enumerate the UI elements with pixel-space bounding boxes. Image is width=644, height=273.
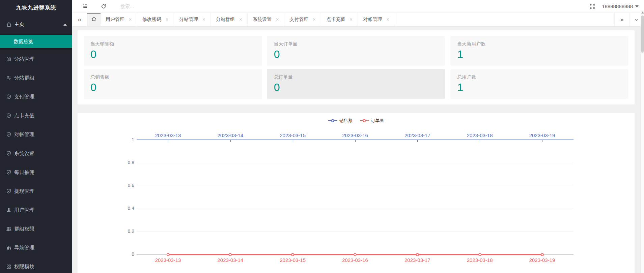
- user-menu[interactable]: 18888888888: [602, 3, 639, 9]
- x-axis-tick: [417, 140, 418, 142]
- stat-card-1: 当天订单量0: [267, 36, 445, 66]
- data-point: [416, 253, 419, 256]
- scrollbar-thumb[interactable]: [641, 16, 644, 53]
- topbar: 18888888888: [72, 0, 644, 13]
- tab-修改密码[interactable]: 修改密码✕: [137, 13, 174, 26]
- x-axis-label-top: 2023-03-15: [273, 132, 313, 138]
- stat-label: 当天新用户数: [457, 41, 622, 47]
- close-icon[interactable]: ✕: [276, 17, 279, 22]
- shield-check-icon: [6, 188, 12, 194]
- caret-up-icon: [63, 24, 67, 26]
- tabs-scroll-right[interactable]: »: [614, 13, 629, 26]
- tabs-scroll-left[interactable]: «: [72, 13, 87, 26]
- username: 18888888888: [602, 3, 633, 9]
- books-icon: [6, 245, 12, 250]
- collapse-menu-icon[interactable]: [82, 3, 88, 9]
- x-axis-label-bottom: 2023-03-15: [273, 257, 313, 263]
- tab-label: 分站群组: [216, 17, 235, 23]
- stat-value: 0: [90, 49, 255, 60]
- sidebar: 九块九进群系统 主页数据总览分站管理分站群组支付管理点卡充值对帐管理系统设置每日…: [0, 0, 72, 273]
- chevron-down-icon: [635, 5, 639, 7]
- sidebar-item-2[interactable]: 分站群组: [0, 68, 72, 87]
- x-axis-label-top: 2023-03-13: [148, 132, 188, 138]
- submenu-item-数据总览[interactable]: 数据总览: [0, 35, 72, 48]
- tab-label: 用户管理: [106, 17, 124, 23]
- users-icon: [6, 226, 12, 232]
- stat-label: 总订单量: [274, 74, 439, 80]
- fullscreen-icon[interactable]: [590, 4, 595, 9]
- tab-分站管理[interactable]: 分站管理✕: [174, 13, 211, 26]
- y-axis-label: 0.6: [111, 183, 134, 188]
- x-axis-label-top: 2023-03-14: [210, 132, 251, 138]
- x-axis-label-bottom: 2023-03-14: [210, 257, 251, 263]
- close-icon[interactable]: ✕: [202, 17, 205, 22]
- sidebar-item-7[interactable]: 每日抽佣: [0, 163, 72, 182]
- close-icon[interactable]: ✕: [165, 17, 169, 22]
- close-icon[interactable]: ✕: [239, 17, 242, 22]
- close-icon[interactable]: ✕: [312, 17, 316, 22]
- close-icon[interactable]: ✕: [386, 17, 389, 22]
- y-axis-label: 0.2: [111, 229, 134, 234]
- stat-value: 0: [90, 82, 255, 93]
- stat-value: 0: [274, 82, 439, 93]
- sidebar-item-5[interactable]: 对帐管理: [0, 125, 72, 144]
- x-axis-label-top: 2023-03-16: [335, 132, 375, 138]
- grid-line: [137, 232, 573, 232]
- stats-grid: 当天销售额0当天订单量0当天新用户数1总销售额0总订单量0总用户数1: [84, 36, 628, 99]
- close-icon[interactable]: ✕: [349, 17, 353, 22]
- x-axis-label-bottom: 2023-03-16: [335, 257, 375, 263]
- stat-card-4: 总订单量0: [267, 69, 445, 99]
- search-input[interactable]: [120, 4, 195, 9]
- shield-check-icon: [6, 132, 12, 137]
- scroll-up-arrow[interactable]: [641, 11, 644, 13]
- stat-card-5: 总用户数1: [450, 69, 628, 99]
- data-point: [229, 253, 232, 256]
- shield-check-icon: [6, 151, 12, 156]
- sidebar-item-4[interactable]: 点卡充值: [0, 106, 72, 125]
- stat-label: 总用户数: [457, 74, 622, 80]
- x-axis-label-top: 2023-03-17: [397, 132, 438, 138]
- refresh-icon[interactable]: [101, 4, 106, 9]
- stat-card-2: 当天新用户数1: [450, 36, 628, 66]
- sidebar-item-label: 支付管理: [14, 94, 34, 100]
- sidebar-item-label: 点卡充值: [14, 113, 34, 119]
- sidebar-item-0[interactable]: 主页: [0, 15, 72, 34]
- tab-分站群组[interactable]: 分站群组✕: [211, 13, 248, 26]
- tab-支付管理[interactable]: 支付管理✕: [284, 13, 321, 26]
- tab-label: 对帐管理: [363, 17, 382, 23]
- sidebar-item-12[interactable]: 权限模块: [0, 257, 72, 273]
- sidebar-item-label: 导航管理: [14, 245, 34, 251]
- sidebar-item-1[interactable]: 分站管理: [0, 50, 72, 68]
- sidebar-item-label: 对帐管理: [14, 131, 34, 138]
- sidebar-item-label: 分站管理: [14, 56, 34, 62]
- tab-对帐管理[interactable]: 对帐管理✕: [358, 13, 395, 26]
- stat-label: 总销售额: [90, 74, 255, 80]
- tab-home[interactable]: [87, 13, 101, 26]
- stat-value: 1: [457, 49, 622, 60]
- y-axis-label: 0.8: [111, 160, 134, 165]
- chart-panel: 销售额订单量 10.80.60.40.202023-03-132023-03-1…: [78, 113, 635, 273]
- sidebar-item-8[interactable]: 提现管理: [0, 182, 72, 201]
- line-chart: 10.80.60.40.202023-03-132023-03-132023-0…: [78, 113, 635, 273]
- y-axis-label: 0: [111, 251, 134, 257]
- close-icon[interactable]: ✕: [129, 17, 132, 22]
- vertical-scrollbar[interactable]: [641, 10, 644, 273]
- tab-点卡充值[interactable]: 点卡充值✕: [321, 13, 358, 26]
- sidebar-item-3[interactable]: 支付管理: [0, 87, 72, 106]
- tab-用户管理[interactable]: 用户管理✕: [101, 13, 137, 26]
- shield-check-icon: [6, 94, 12, 99]
- x-axis-tick: [230, 140, 231, 142]
- sidebar-item-10[interactable]: 群组权限: [0, 219, 72, 238]
- y-axis-label: 0.4: [111, 206, 134, 211]
- tabbar: « 用户管理✕修改密码✕分站管理✕分站群组✕系统设置✕支付管理✕点卡充值✕对帐管…: [72, 13, 644, 27]
- x-axis-tick: [355, 140, 356, 142]
- home-icon: [91, 16, 96, 23]
- sidebar-item-9[interactable]: 用户管理: [0, 201, 72, 219]
- stat-label: 当天订单量: [274, 41, 439, 47]
- sidebar-item-11[interactable]: 导航管理: [0, 238, 72, 257]
- sliders-icon: [6, 75, 12, 81]
- x-axis-label-bottom: 2023-03-13: [148, 257, 188, 263]
- sidebar-item-6[interactable]: 系统设置: [0, 144, 72, 163]
- tab-label: 分站管理: [179, 17, 198, 23]
- tab-系统设置[interactable]: 系统设置✕: [248, 13, 284, 26]
